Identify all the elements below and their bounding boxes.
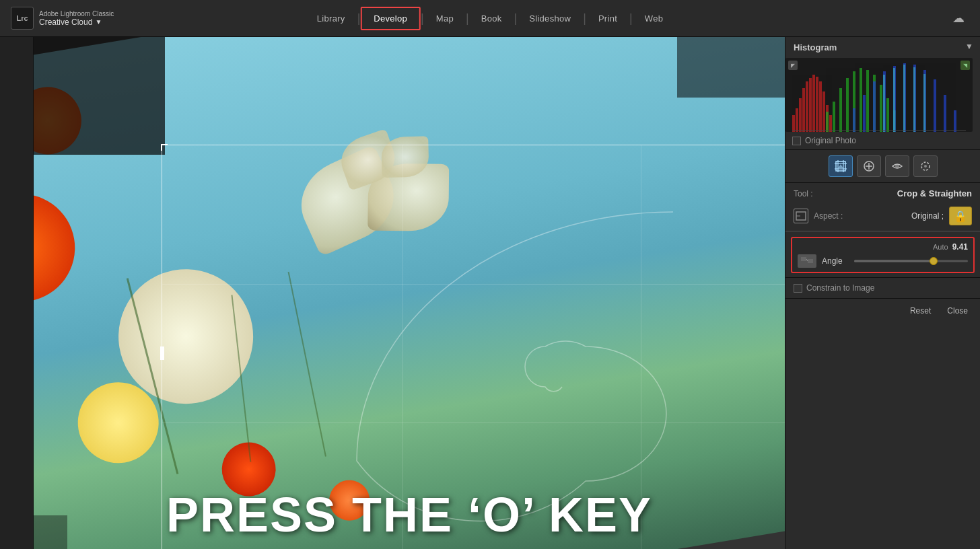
aspect-label: Aspect : [814, 211, 843, 221]
nav-item-map[interactable]: Map [424, 8, 466, 29]
butterfly-2 [338, 128, 429, 207]
angle-section: Auto 9.41 Angle [791, 237, 975, 273]
bottom-buttons: Reset Close [785, 298, 980, 323]
svg-marker-45 [838, 164, 843, 168]
flower-yellow [72, 376, 165, 469]
histogram-canvas: ◤ ◥ [785, 58, 973, 132]
svg-rect-1 [796, 108, 798, 132]
svg-rect-24 [863, 95, 866, 132]
auto-label: Auto [933, 243, 948, 251]
svg-rect-23 [853, 108, 855, 132]
svg-rect-6 [812, 75, 815, 132]
cloud-icon[interactable]: ☁ [948, 7, 969, 29]
svg-rect-35 [893, 68, 895, 132]
nav-item-print[interactable]: Print [586, 8, 629, 29]
dark-corner-tr [677, 37, 785, 98]
histogram-dropdown-icon[interactable]: ▼ [963, 39, 976, 54]
stem-1 [127, 278, 179, 474]
nav-item-develop[interactable]: Develop [360, 7, 421, 30]
topbar-left: Lrc Adobe Lightroom Classic Creative Clo… [11, 7, 114, 30]
crop-icon [835, 160, 847, 172]
histogram-title: Histogram [790, 38, 841, 54]
svg-rect-33 [954, 110, 956, 132]
svg-rect-12 [826, 112, 829, 132]
aspect-value: Original ; [911, 211, 944, 221]
svg-line-56 [806, 259, 808, 261]
red-eye-tool-button[interactable] [885, 155, 909, 177]
main: PRESS THE ‘O’ KEY Histogram ▼ ◤ ◥ [0, 37, 980, 549]
dropdown-icon[interactable]: ▼ [95, 18, 102, 26]
svg-rect-3 [802, 88, 805, 132]
histogram-bars [785, 58, 973, 132]
svg-point-49 [895, 164, 899, 168]
svg-rect-13 [833, 102, 835, 132]
healing-tool-button[interactable] [857, 155, 881, 177]
left-panel [0, 37, 34, 549]
app-name: Adobe Lightroom Classic Creative Cloud ▼ [39, 10, 114, 27]
svg-rect-20 [880, 85, 882, 132]
svg-rect-15 [846, 78, 849, 132]
aspect-lock-button[interactable]: 🔒 [949, 207, 972, 225]
svg-rect-4 [806, 81, 808, 132]
original-photo-row: Original Photo [785, 132, 980, 150]
masking-icon [919, 160, 932, 172]
angle-top-row: Auto 9.41 [798, 242, 968, 252]
svg-rect-25 [873, 81, 876, 132]
svg-rect-21 [886, 98, 889, 132]
right-panel: Histogram ▼ ◤ ◥ [785, 37, 980, 549]
press-o-key-overlay: PRESS THE ‘O’ KEY [166, 487, 652, 542]
reset-button[interactable]: Reset [906, 304, 935, 318]
svg-rect-17 [860, 68, 862, 132]
svg-rect-31 [934, 79, 936, 132]
image-area[interactable]: PRESS THE ‘O’ KEY [34, 37, 785, 549]
nav-item-web[interactable]: Web [633, 8, 675, 29]
lrc-logo: Lrc [11, 7, 34, 30]
masking-tool-button[interactable] [913, 155, 938, 177]
close-button[interactable]: Close [943, 304, 972, 318]
flower-white-1 [108, 259, 263, 414]
nav-item-slideshow[interactable]: Slideshow [517, 8, 583, 29]
histogram-clip-shadows-icon[interactable]: ◤ [788, 61, 798, 70]
constrain-to-image-label: Constrain to Image [806, 283, 874, 293]
constrain-to-image-checkbox[interactable] [794, 284, 802, 293]
dark-corner-bl [34, 515, 67, 549]
svg-rect-38 [923, 74, 925, 132]
healing-icon [863, 160, 875, 172]
svg-rect-0 [792, 115, 795, 132]
original-photo-label: Original Photo [805, 136, 856, 145]
tool-icons-row [785, 150, 980, 183]
histogram-header: Histogram ▼ [785, 37, 980, 58]
dark-corner-tl [34, 37, 165, 155]
svg-rect-55 [808, 259, 813, 263]
angle-row: Angle [798, 254, 968, 268]
butterfly-2-wing-r [381, 136, 429, 178]
svg-rect-8 [819, 81, 822, 132]
topbar: Lrc Adobe Lightroom Classic Creative Clo… [0, 0, 980, 37]
auto-value: 9.41 [952, 242, 968, 252]
stem-2 [231, 295, 251, 462]
app-subtitle: Creative Cloud ▼ [39, 17, 114, 27]
histogram-clip-highlights-icon[interactable]: ◥ [960, 61, 970, 70]
nav-item-book[interactable]: Book [469, 8, 514, 29]
app-title: Adobe Lightroom Classic [39, 10, 114, 17]
aspect-row: Aspect : Original ; 🔒 [785, 204, 980, 231]
nav-links: Library | Develop | Map | Book | Slidesh… [305, 7, 675, 30]
flower-orange-1 [34, 186, 83, 309]
svg-rect-11 [829, 115, 832, 132]
svg-rect-9 [823, 92, 825, 132]
svg-rect-5 [809, 78, 812, 132]
svg-point-51 [924, 165, 927, 168]
red-eye-icon [891, 160, 903, 172]
crop-tool-button[interactable] [829, 155, 853, 177]
original-photo-checkbox[interactable] [792, 137, 801, 145]
angle-icon [798, 254, 816, 268]
angle-tool-icon [800, 256, 814, 266]
svg-rect-18 [866, 70, 869, 132]
angle-slider-container [854, 256, 968, 266]
aspect-ratio-icon [796, 211, 806, 221]
svg-rect-2 [799, 98, 802, 132]
stem-3 [288, 272, 326, 457]
svg-rect-7 [816, 77, 818, 132]
svg-rect-14 [839, 88, 842, 132]
nav-item-library[interactable]: Library [305, 8, 357, 29]
